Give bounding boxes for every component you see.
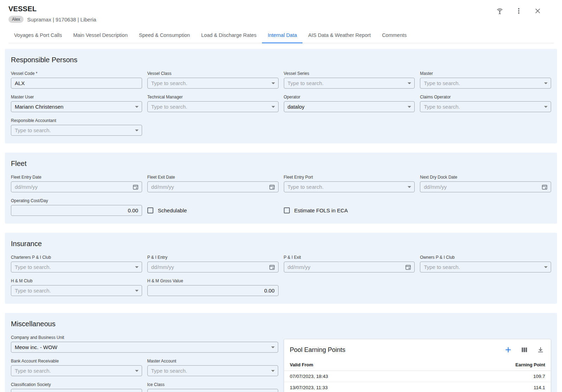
operator-select: [284, 101, 415, 112]
vessel-class-input[interactable]: [148, 78, 278, 88]
chevron-down-icon[interactable]: [135, 266, 139, 268]
claims-operator-input[interactable]: [420, 102, 551, 112]
chevron-down-icon[interactable]: [544, 266, 548, 268]
chevron-down-icon[interactable]: [271, 346, 275, 348]
columns-icon[interactable]: [520, 345, 529, 354]
master-label: Master: [420, 71, 551, 76]
fleet-entry-port-input[interactable]: [284, 182, 415, 192]
earning-point-cell: 109.7: [430, 371, 551, 382]
tab-voyages-port-calls[interactable]: Voyages & Port Calls: [8, 28, 68, 43]
close-icon[interactable]: [533, 6, 542, 15]
master-user-input[interactable]: [11, 102, 142, 112]
tab-ais-data-weather-report[interactable]: AIS Data & Weather Report: [302, 28, 376, 43]
classification-society-label: Classification Society: [11, 382, 142, 387]
next-dry-dock-date-label: Next Dry Dock Date: [420, 175, 551, 180]
technical-manager-input[interactable]: [148, 102, 278, 112]
field-classification-society: Classification Society: [11, 382, 142, 392]
hm-gross-value-field: [147, 285, 279, 296]
estimate-fols-checkbox[interactable]: [284, 207, 290, 213]
chevron-down-icon[interactable]: [408, 106, 411, 108]
pi-exit-input[interactable]: [284, 262, 415, 272]
field-next-dry-dock-date: Next Dry Dock Date: [420, 175, 551, 192]
calendar-icon[interactable]: [269, 184, 275, 190]
operator-input[interactable]: [284, 102, 415, 112]
vessel-series-select: [284, 78, 415, 89]
calendar-icon[interactable]: [269, 264, 275, 270]
chevron-down-icon[interactable]: [272, 106, 275, 108]
chevron-down-icon[interactable]: [135, 370, 139, 372]
chevron-down-icon[interactable]: [544, 106, 548, 108]
plus-icon[interactable]: [504, 345, 513, 354]
vessel-series-input[interactable]: [284, 78, 415, 88]
table-row[interactable]: 13/07/2023, 11:33 114.1: [284, 382, 551, 392]
classification-society-input[interactable]: [11, 389, 142, 392]
tab-internal-data[interactable]: Internal Data: [262, 28, 302, 43]
column-header-valid-from[interactable]: Valid From: [284, 359, 430, 371]
section-title: Insurance: [11, 240, 551, 248]
download-icon[interactable]: [536, 345, 545, 354]
chevron-down-icon[interactable]: [544, 82, 548, 84]
tab-bar: Voyages & Port Calls Main Vessel Descrip…: [8, 28, 554, 43]
chevron-down-icon[interactable]: [271, 370, 275, 372]
ice-class-input[interactable]: [148, 389, 278, 392]
section-title: Responsible Persons: [11, 56, 551, 64]
schedulable-label: Schedulable: [158, 207, 187, 213]
chevron-down-icon[interactable]: [135, 106, 139, 108]
tab-main-vessel-description[interactable]: Main Vessel Description: [68, 28, 133, 43]
bank-account-receivable-input[interactable]: [11, 366, 142, 376]
charterers-pi-club-input[interactable]: [11, 262, 142, 272]
fleet-entry-date-label: Fleet Entry Date: [11, 175, 142, 180]
chevron-down-icon[interactable]: [408, 82, 411, 84]
technical-manager-label: Technical Manager: [147, 95, 279, 99]
tab-speed-consumption[interactable]: Speed & Consumption: [133, 28, 196, 43]
field-vessel-code: Vessel Code *: [11, 71, 142, 89]
vessel-code-input[interactable]: [11, 78, 142, 88]
field-vessel-series: Vessel Series: [284, 71, 415, 89]
master-select: [420, 78, 551, 89]
column-header-earning-point[interactable]: Earning Point: [430, 359, 551, 371]
field-master: Master: [420, 71, 551, 89]
kebab-menu-icon[interactable]: [514, 6, 523, 15]
field-fleet-exit-date: Fleet Exit Date: [147, 175, 279, 192]
owners-pi-club-input[interactable]: [420, 262, 551, 272]
field-claims-operator: Claims Operator: [420, 95, 551, 112]
next-dry-dock-date-input[interactable]: [420, 182, 551, 192]
fleet-exit-date-input[interactable]: [148, 182, 278, 192]
window-header: VESSEL Alex Supramax | 9170638 | Liberia: [0, 0, 562, 43]
tab-comments[interactable]: Comments: [376, 28, 412, 43]
pi-entry-input[interactable]: [148, 262, 278, 272]
responsible-accountant-input[interactable]: [11, 125, 142, 135]
calendar-icon[interactable]: [133, 184, 139, 190]
hm-club-input[interactable]: [11, 285, 142, 296]
table-row[interactable]: 07/07/2023, 18:43 109.7: [284, 371, 551, 382]
operating-cost-day-input[interactable]: [11, 205, 142, 216]
tab-load-discharge-rates[interactable]: Load & Discharge Rates: [196, 28, 262, 43]
vessel-series-label: Vessel Series: [284, 71, 415, 76]
hm-gross-value-input[interactable]: [148, 285, 278, 296]
pi-exit-field: [284, 262, 415, 272]
charterers-pi-club-select: [11, 262, 142, 272]
field-hm-club: H & M Club: [11, 278, 142, 296]
antenna-signal-icon[interactable]: [495, 6, 504, 15]
company-business-unit-input[interactable]: [11, 342, 278, 352]
calendar-icon[interactable]: [405, 264, 411, 270]
chevron-down-icon[interactable]: [272, 82, 275, 84]
field-charterers-pi-club: Charterers P & I Club: [11, 255, 142, 272]
chevron-down-icon[interactable]: [408, 186, 411, 188]
responsible-accountant-select: [11, 125, 142, 136]
master-input[interactable]: [420, 78, 551, 88]
chevron-down-icon[interactable]: [135, 290, 139, 291]
vessel-class-select: [147, 78, 279, 89]
next-dry-dock-date-field: [420, 181, 551, 192]
calendar-icon[interactable]: [542, 184, 548, 190]
master-account-input[interactable]: [148, 366, 278, 376]
vessel-code-field: [11, 78, 142, 89]
section-insurance: Insurance Charterers P & I Club P & I En…: [5, 233, 557, 304]
master-account-label: Master Account: [147, 359, 279, 364]
schedulable-checkbox[interactable]: [147, 207, 153, 213]
responsible-accountant-label: Responsible Accountant: [11, 118, 142, 123]
claims-operator-label: Claims Operator: [420, 95, 551, 99]
fleet-entry-date-input[interactable]: [11, 182, 142, 192]
section-responsible-persons: Responsible Persons Vessel Code * Vessel…: [5, 49, 557, 143]
chevron-down-icon[interactable]: [135, 129, 139, 131]
